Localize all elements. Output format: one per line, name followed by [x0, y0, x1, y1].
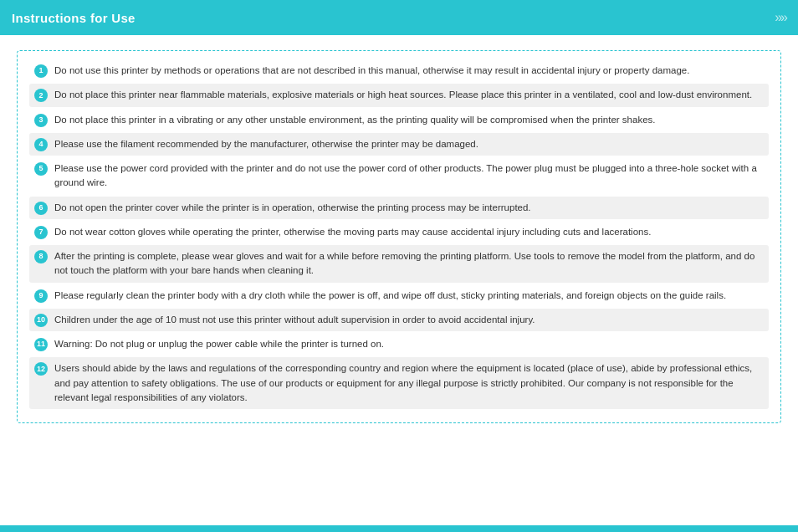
- instruction-item: 3Do not place this printer in a vibratin…: [29, 109, 769, 131]
- instruction-text: After the printing is complete, please w…: [54, 249, 764, 279]
- instruction-number: 3: [34, 114, 48, 127]
- instruction-text: Please use the filament recommended by t…: [54, 137, 764, 151]
- bottom-bar: [0, 525, 798, 532]
- instruction-number: 5: [34, 162, 48, 176]
- instruction-item: 7Do not wear cotton gloves while operati…: [29, 221, 769, 243]
- instruction-text: Do not use this printer by methods or op…: [54, 64, 764, 78]
- instruction-item: 11Warning: Do not plug or unplug the pow…: [29, 333, 769, 356]
- instruction-text: Please use the power cord provided with …: [54, 161, 764, 191]
- instruction-item: 5Please use the power cord provided with…: [29, 157, 769, 195]
- instruction-text: Warning: Do not plug or unplug the power…: [54, 337, 764, 351]
- instruction-number: 6: [34, 202, 48, 215]
- instruction-number: 7: [34, 226, 48, 239]
- instruction-item: 2Do not place this printer near flammabl…: [29, 84, 769, 106]
- content-area: 1Do not use this printer by methods or o…: [0, 35, 798, 432]
- instruction-text: Do not place this printer in a vibrating…: [54, 113, 764, 127]
- instruction-item: 8After the printing is complete, please …: [29, 245, 769, 283]
- instruction-item: 4Please use the filament recommended by …: [29, 133, 769, 156]
- instruction-text: Do not wear cotton gloves while operatin…: [54, 225, 764, 239]
- instruction-number: 11: [34, 338, 48, 351]
- header-arrows-icon: »»: [775, 10, 786, 25]
- instruction-number: 1: [34, 64, 48, 78]
- header-bar: Instructions for Use »»: [0, 0, 798, 35]
- instruction-number: 8: [34, 250, 48, 263]
- page-wrapper: Instructions for Use »» 1Do not use this…: [0, 0, 798, 532]
- instruction-number: 2: [34, 89, 48, 102]
- instruction-text: Children under the age of 10 must not us…: [54, 313, 764, 327]
- instruction-item: 10Children under the age of 10 must not …: [29, 309, 769, 331]
- instruction-item: 1Do not use this printer by methods or o…: [29, 59, 769, 82]
- instruction-number: 12: [34, 362, 48, 376]
- instruction-number: 4: [34, 138, 48, 151]
- instruction-item: 6Do not open the printer cover while the…: [29, 197, 769, 219]
- instruction-item: 12Users should abide by the laws and reg…: [29, 357, 769, 409]
- instructions-box: 1Do not use this printer by methods or o…: [17, 50, 781, 423]
- instruction-text: Users should abide by the laws and regul…: [54, 361, 764, 405]
- instruction-text: Do not place this printer near flammable…: [54, 88, 764, 102]
- instruction-text: Do not open the printer cover while the …: [54, 201, 764, 215]
- instruction-number: 10: [34, 314, 48, 327]
- instruction-number: 9: [34, 289, 48, 303]
- instruction-item: 9Please regularly clean the printer body…: [29, 284, 769, 307]
- page-title: Instructions for Use: [12, 11, 136, 25]
- instruction-text: Please regularly clean the printer body …: [54, 289, 764, 303]
